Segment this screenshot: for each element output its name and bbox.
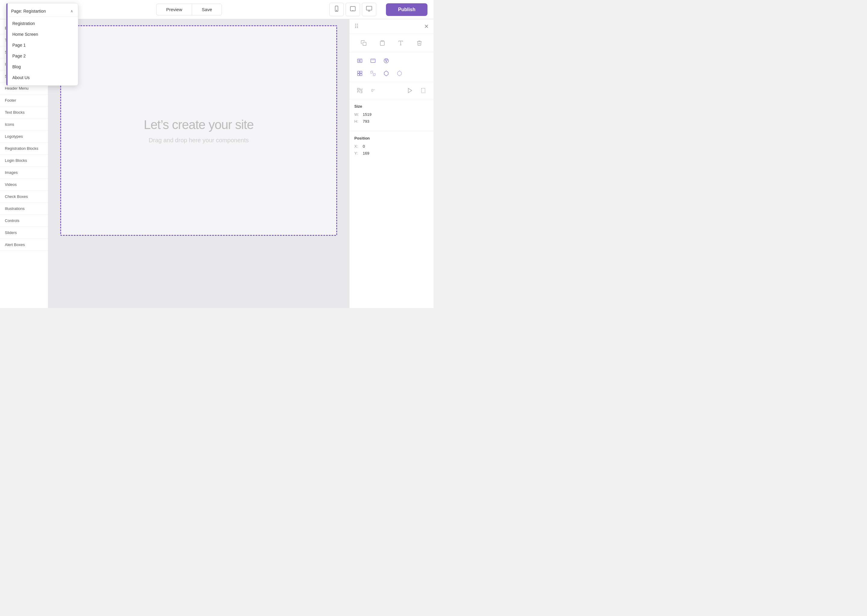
sidebar-item-illustrations[interactable]: Illustrations xyxy=(0,203,48,215)
play-row xyxy=(405,85,429,96)
dropdown-item-home-screen[interactable]: Home Screen xyxy=(6,29,78,40)
size-section: Size W: 1519 H: 793 xyxy=(350,99,434,131)
sidebar-item-controls[interactable]: Controls xyxy=(0,215,48,227)
panel-copy-row xyxy=(350,34,434,52)
y-row: Y: 169 xyxy=(354,151,429,156)
media-row: 0° xyxy=(354,85,378,96)
sidebar-item-login-blocks[interactable]: Login Blocks xyxy=(0,155,48,167)
topbar-right: Publish xyxy=(323,3,427,16)
svg-point-14 xyxy=(385,60,386,60)
panel-align-section xyxy=(350,52,434,82)
sidebar-item-sliders[interactable]: Sliders xyxy=(0,227,48,239)
align-left-icon[interactable] xyxy=(354,55,365,66)
panel-header: ⠿ ✕ xyxy=(350,19,434,34)
x-row: X: 0 xyxy=(354,144,429,149)
sidebar-item-check-boxes[interactable]: Check Boxes xyxy=(0,191,48,203)
svg-point-15 xyxy=(386,60,388,60)
ungroup-icon[interactable] xyxy=(367,68,378,79)
dropdown-item-registration[interactable]: Registration xyxy=(6,18,78,29)
delete-icon[interactable] xyxy=(414,38,425,49)
svg-rect-11 xyxy=(371,59,375,63)
position-section-title: Position xyxy=(354,136,429,140)
dropdown-chevron-icon: ∧ xyxy=(71,9,73,13)
save-button[interactable]: Save xyxy=(192,4,222,15)
panel-close-button[interactable]: ✕ xyxy=(424,23,429,30)
canvas-area: Let’s create your site Drag and drop her… xyxy=(48,19,349,308)
align-right-icon[interactable] xyxy=(367,55,378,66)
preview-button[interactable]: Preview xyxy=(156,4,192,15)
sidebar-item-icons[interactable]: Icons xyxy=(0,118,48,130)
x-label: X: xyxy=(354,144,360,149)
sidebar-item-footer[interactable]: Footer xyxy=(0,94,48,107)
dropdown-item-page1[interactable]: Page 1 xyxy=(6,40,78,50)
dropdown-item-blog[interactable]: Blog xyxy=(6,61,78,72)
panel-drag-handle: ⠿ xyxy=(354,23,359,30)
svg-point-16 xyxy=(386,61,387,62)
dropdown-header-label: Page: Registartion xyxy=(11,9,46,14)
svg-rect-17 xyxy=(358,71,360,73)
stop-icon[interactable] xyxy=(418,85,429,96)
svg-rect-6 xyxy=(381,41,383,41)
svg-rect-22 xyxy=(373,74,375,76)
svg-rect-20 xyxy=(360,74,362,76)
svg-rect-5 xyxy=(363,42,366,46)
dropdown-item-about-us[interactable]: About Us xyxy=(6,72,78,83)
sidebar-item-logotypes[interactable]: Logotypes xyxy=(0,130,48,143)
copy-icon[interactable] xyxy=(358,38,369,49)
width-value: 1519 xyxy=(363,112,372,117)
x-value: 0 xyxy=(363,144,365,149)
height-row: H: 793 xyxy=(354,119,429,124)
svg-point-1 xyxy=(336,10,337,11)
canvas[interactable]: Let’s create your site Drag and drop her… xyxy=(60,25,337,236)
svg-point-13 xyxy=(384,59,389,63)
align-row-2 xyxy=(354,68,429,79)
dropdown-header: Page: Registartion ∧ xyxy=(6,6,78,17)
device-buttons xyxy=(329,3,376,16)
dropdown-item-page2[interactable]: Page 2 xyxy=(6,50,78,61)
width-row: W: 1519 xyxy=(354,112,429,117)
svg-rect-18 xyxy=(360,71,362,73)
size-icon[interactable] xyxy=(354,85,365,96)
mobile-device-button[interactable] xyxy=(329,3,344,16)
svg-rect-21 xyxy=(371,71,373,73)
detach-icon[interactable] xyxy=(394,68,405,79)
svg-rect-4 xyxy=(366,6,372,10)
page-dropdown: Page: Registartion ∧ Registration Home S… xyxy=(6,3,78,86)
width-label: W: xyxy=(354,112,360,117)
topbar-center: Preview Save xyxy=(156,4,222,15)
position-section: Position X: 0 Y: 169 xyxy=(350,131,434,163)
sidebar-item-alert-boxes[interactable]: Alert Boxes xyxy=(0,239,48,251)
svg-marker-23 xyxy=(408,88,412,93)
desktop-device-button[interactable] xyxy=(362,3,376,16)
height-label: H: xyxy=(354,119,360,124)
text-icon[interactable] xyxy=(395,38,406,49)
canvas-subtitle: Drag and drop here your components xyxy=(149,137,249,144)
paste-icon[interactable] xyxy=(377,38,388,49)
svg-rect-19 xyxy=(358,74,360,76)
group-icon[interactable] xyxy=(354,68,365,79)
y-label: Y: xyxy=(354,151,360,156)
sidebar-item-images[interactable]: Images xyxy=(0,167,48,179)
panel-media-section: 0° xyxy=(350,82,434,99)
tablet-device-button[interactable] xyxy=(345,3,360,16)
color-palette-icon[interactable] xyxy=(381,55,392,66)
sidebar-item-text-blocks[interactable]: Text Blocks xyxy=(0,107,48,118)
sidebar-item-registration-blocks[interactable]: Registration Blocks xyxy=(0,143,48,155)
sidebar-item-videos[interactable]: Videos xyxy=(0,179,48,191)
angle-value: 0° xyxy=(367,85,378,96)
dropdown-accent-line xyxy=(6,3,8,85)
size-section-title: Size xyxy=(354,104,429,108)
component-icon[interactable] xyxy=(381,68,392,79)
play-icon[interactable] xyxy=(405,85,415,96)
right-panel: ⠿ ✕ xyxy=(349,19,434,308)
publish-button[interactable]: Publish xyxy=(386,3,427,16)
y-value: 169 xyxy=(363,151,369,156)
canvas-title: Let’s create your site xyxy=(144,118,254,132)
align-row-1 xyxy=(354,55,429,66)
svg-marker-24 xyxy=(421,88,425,93)
height-value: 793 xyxy=(363,119,369,124)
